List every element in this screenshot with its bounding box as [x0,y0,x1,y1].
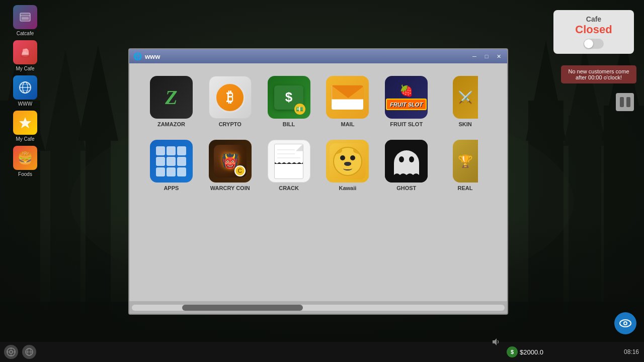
sidebar-mycafe-label: My Cafe [16,66,34,71]
svg-point-29 [624,322,626,324]
kawaii-icon [326,140,369,183]
svg-rect-17 [22,17,29,20]
www-icon [13,75,37,100]
window-scrollbar-area [129,301,507,314]
taskbar-time: 08:16 [624,348,639,355]
kawaii-label: Kawaii [339,185,356,191]
cafe-toggle-thumb [584,39,593,48]
app-item-mail[interactable]: MAIL [321,73,375,130]
svg-marker-4 [45,50,86,151]
crypto-icon: ₿ [209,76,252,119]
mail-icon [326,76,369,119]
money-icon: $ [507,346,518,357]
pause-bar-right [626,97,630,107]
mystar-icon [13,111,37,135]
svg-point-31 [10,350,13,353]
zamazor-z: Z [165,87,177,108]
scrollbar-thumb[interactable] [182,305,303,311]
apps-grid-inner [153,144,189,179]
bill-icon: $ 💵 [268,76,310,119]
app-grid-row1: Z ZAMAZOR ₿ CRYPTO $ 💵 [139,73,497,130]
sidebar-item-catcafe[interactable]: Catcafe [13,5,37,36]
catcafe-icon [13,5,37,29]
www-window: 🌐 www ─ □ ✕ Z ZAMAZOR ₿ CRYPTO [128,48,508,315]
cafe-panel-title: Cafe [561,15,626,23]
sidebar-item-mycafe[interactable]: My Cafe [13,40,37,71]
app-item-crypto[interactable]: ₿ CRYPTO [203,73,257,130]
svg-rect-20 [21,55,30,57]
apps-dot-8 [167,167,176,176]
sidebar-www-label: WWW [18,101,32,107]
sidebar-item-mystar[interactable]: My Cafe [13,111,37,142]
apps-dot-5 [167,157,176,166]
real-label: REAL [458,185,473,191]
svg-rect-5 [86,116,111,362]
cafe-toggle[interactable] [584,39,604,49]
svg-rect-9 [569,116,601,362]
window-titlebar[interactable]: 🌐 www ─ □ ✕ [129,49,507,63]
window-content: Z ZAMAZOR ₿ CRYPTO $ 💵 [129,63,507,301]
sidebar-item-www[interactable]: WWW [13,75,37,107]
svg-marker-26 [19,117,31,128]
zamazor-icon: Z [150,76,193,119]
sidebar-item-foods[interactable]: 🍔 Foods [13,146,37,177]
app-grid-row2: APPS 👹 C WARCRY COIN [139,137,497,194]
svg-point-19 [26,50,29,53]
cafe-notification: No new customers come after 00:00 o'cloc… [561,65,636,83]
apps-dot-4 [156,157,165,166]
apps-dot-1 [156,146,165,155]
app-item-ghost[interactable]: GHOST [379,137,433,194]
scrollbar-track[interactable] [132,305,505,311]
app-item-apps[interactable]: APPS [144,137,198,194]
taskbar-globe-icon[interactable] [22,345,36,359]
svg-rect-7 [528,101,564,362]
svg-marker-39 [493,338,497,345]
window-title-icon: 🌐 [133,52,142,60]
cafe-panel: Cafe Closed [553,10,634,54]
app-item-zamazor[interactable]: Z ZAMAZOR [144,73,198,130]
apps-dot-6 [177,157,186,166]
apps-dot-2 [167,146,176,155]
cafe-panel-status: Closed [561,23,626,36]
taskbar-money-amount: $2000.0 [520,348,543,356]
skin-icon: ⚔️ [453,76,478,119]
ghost-label: GHOST [396,185,416,191]
svg-marker-8 [526,40,566,141]
app-item-bill[interactable]: $ 💵 BILL [262,73,316,130]
sidebar-foods-label: Foods [18,171,32,177]
foods-icon: 🍔 [13,146,37,170]
mail-label: MAIL [341,121,354,127]
app-item-kawaii[interactable]: Kawaii [321,137,375,194]
svg-rect-3 [50,126,80,362]
warcrycoin-icon: 👹 C [209,140,252,183]
apps-icon [150,140,193,183]
apps-dot-9 [177,167,186,176]
window-close-button[interactable]: ✕ [494,53,503,60]
app-item-real[interactable]: 🏆 REAL [438,137,492,194]
fruitslot-label: FRUIT SLOT [390,121,423,127]
app-item-warcrycoin[interactable]: 👹 C WARCRY COIN [203,137,257,194]
sidebar: Catcafe My Cafe WWW [0,0,50,342]
svg-marker-6 [78,45,118,141]
app-item-crack[interactable]: CRACK [262,137,316,194]
apps-dot-7 [156,167,165,176]
apps-dot-3 [177,146,186,155]
crack-label: CRACK [279,185,299,191]
app-item-fruitslot[interactable]: 🍓 FRUIT SLOT FRUIT SLOT [379,73,433,130]
svg-point-18 [23,49,26,52]
window-minimize-button[interactable]: ─ [470,53,479,60]
crypto-bitcoin-symbol: ₿ [215,82,245,113]
taskbar: $ $2000.0 08:16 [0,342,644,362]
taskbar-settings-icon[interactable] [4,345,18,359]
svg-marker-10 [564,45,606,146]
app-item-skin[interactable]: ⚔️ SKIN [438,73,492,130]
window-title-text: www [145,53,467,60]
pause-button[interactable] [616,93,634,111]
crack-icon [268,140,310,183]
sidebar-mystar-label: My Cafe [16,136,34,142]
eye-button[interactable] [614,312,636,334]
mycafe-icon [13,40,37,64]
taskbar-money-display: $ $2000.0 [507,346,543,357]
crypto-label: CRYPTO [219,121,242,127]
window-maximize-button[interactable]: □ [482,53,491,60]
